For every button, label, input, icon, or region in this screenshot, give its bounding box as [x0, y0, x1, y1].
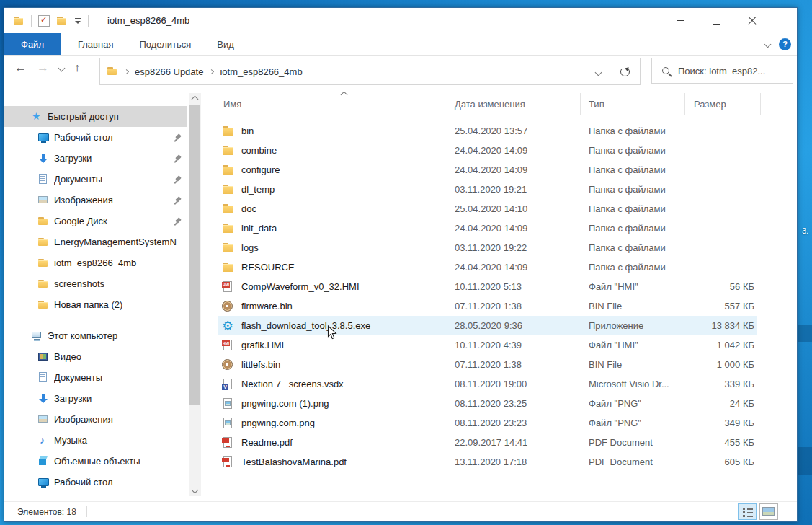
title-bar[interactable]: iotm_esp8266_4mb — [4, 8, 797, 33]
breadcrumb-item[interactable]: iotm_esp8266_4mb — [210, 66, 302, 77]
sidebar-item[interactable]: Видео — [4, 346, 187, 367]
file-date: 24.04.2020 14:09 — [455, 262, 589, 273]
maximize-button[interactable] — [698, 8, 734, 33]
address-bar[interactable]: esp8266 Update iotm_esp8266_4mb — [99, 58, 641, 85]
file-row[interactable]: flash_download_tool_3.8.5.exe 28.05.2020… — [218, 316, 757, 335]
breadcrumb-label: iotm_esp8266_4mb — [220, 66, 302, 77]
file-row[interactable]: Readme.pdf 22.09.2017 14:41 PDF Document… — [218, 433, 757, 452]
details-view-button[interactable] — [738, 503, 757, 520]
file-type: Папка с файлами — [589, 242, 685, 253]
sidebar-item[interactable]: Музыка — [4, 430, 187, 451]
file-date: 03.11.2020 19:22 — [455, 242, 589, 253]
help-icon[interactable]: ? — [779, 38, 791, 50]
file-row[interactable]: CompWaveform_v0_32.HMI 10.11.2020 5:13 Ф… — [218, 277, 757, 296]
column-header-size[interactable]: Размер — [685, 93, 761, 115]
ribbon-collapse-icon[interactable] — [764, 40, 772, 48]
file-row[interactable]: pngwing.com (1).png 08.11.2020 23:25 Фай… — [218, 394, 757, 413]
sidebar-item[interactable]: Загрузки — [4, 388, 187, 409]
sidebar-item[interactable]: Этот компьютер — [4, 325, 187, 346]
file-row[interactable]: littlefs.bin 07.11.2020 1:38 BIN File 1 … — [218, 355, 757, 374]
sidebar-item[interactable]: Документы — [4, 367, 187, 388]
file-date: 25.04.2020 14:10 — [455, 203, 589, 214]
file-row[interactable]: init_data 24.04.2020 14:09 Папка с файла… — [218, 219, 757, 238]
window-title: iotm_esp8266_4mb — [107, 15, 189, 26]
sidebar-item-label: iotm_esp8266_4mb — [54, 257, 187, 268]
file-size: 56 КБ — [685, 281, 757, 292]
sidebar-item[interactable]: screenshots — [4, 273, 187, 294]
file-name: configure — [241, 164, 280, 175]
file-row[interactable]: TestBalashovaMarina.pdf 13.11.2020 17:18… — [218, 452, 757, 472]
sidebar-item[interactable]: Рабочий стол — [4, 127, 187, 148]
qat-customize-dropdown-icon[interactable] — [74, 17, 81, 25]
sidebar-item-label: screenshots — [54, 278, 187, 289]
sidebar-item[interactable]: Рабочий стол — [4, 472, 187, 493]
qat-check-doc-icon[interactable] — [38, 15, 50, 27]
pin-icon — [174, 154, 182, 163]
sidebar-item[interactable]: Google Диск — [4, 211, 187, 231]
pin-icon — [174, 196, 182, 205]
address-folder-icon[interactable] — [107, 66, 118, 77]
folder-icon — [37, 216, 49, 227]
sidebar-item[interactable]: EnergyManagementSystemN — [4, 231, 187, 252]
forward-button[interactable]: → — [37, 61, 49, 75]
sidebar-item[interactable]: Объемные объекты — [4, 451, 187, 472]
ribbon-tab[interactable]: Главная — [65, 33, 126, 55]
pic-icon — [37, 195, 49, 206]
file-row[interactable]: combine 24.04.2020 14:09 Папка с файлами — [218, 141, 757, 160]
column-header-name[interactable]: Имя — [218, 93, 447, 115]
sidebar-item[interactable]: Быстрый доступ — [4, 106, 187, 127]
folder-icon — [222, 164, 235, 176]
file-row[interactable]: bin 25.04.2020 13:57 Папка с файлами — [218, 121, 757, 141]
file-row[interactable]: firmware.bin 07.11.2020 1:38 BIN File 55… — [218, 296, 757, 316]
file-row[interactable]: logs 03.11.2020 19:22 Папка с файлами — [218, 238, 757, 257]
close-icon — [748, 17, 757, 25]
ribbon-tab[interactable]: Поделиться — [126, 33, 204, 55]
sidebar-item[interactable]: Загрузки — [4, 148, 187, 169]
minimize-button[interactable] — [662, 8, 698, 33]
sidebar-item[interactable]: iotm_esp8266_4mb — [4, 252, 187, 273]
ribbon-tab[interactable]: Вид — [204, 33, 247, 55]
close-button[interactable] — [734, 8, 770, 33]
pin-icon — [174, 217, 182, 226]
scroll-up-icon[interactable] — [189, 93, 201, 105]
file-name: logs — [241, 242, 259, 253]
address-dropdown-icon[interactable] — [587, 66, 610, 77]
file-row[interactable]: dl_temp 03.11.2020 19:21 Папка с файлами — [218, 180, 757, 199]
up-button[interactable]: ↑ — [74, 61, 80, 75]
sidebar-item[interactable]: Изображения — [4, 409, 187, 430]
ribbon-tab-label: Поделиться — [139, 39, 191, 50]
computer-icon — [31, 330, 43, 342]
sort-ascending-icon[interactable] — [342, 89, 347, 100]
file-row[interactable]: pngwing.com.png 08.11.2020 23:23 Файл "P… — [218, 413, 757, 433]
refresh-icon[interactable] — [620, 67, 630, 76]
file-date: 07.11.2020 1:38 — [455, 301, 589, 312]
breadcrumb-item[interactable]: esp8266 Update — [125, 66, 203, 77]
scrollbar-thumb[interactable] — [189, 105, 200, 405]
sidebar-scrollbar[interactable] — [189, 93, 201, 496]
back-button[interactable]: ← — [14, 61, 27, 75]
file-row[interactable]: RESOURCE 24.04.2020 14:09 Папка с файлам… — [218, 257, 757, 277]
search-box[interactable]: Поиск: iotm_esp82... — [651, 58, 793, 84]
file-row[interactable]: Nextion 7_ screens.vsdx 08.11.2020 19:00… — [218, 374, 757, 394]
ribbon-tab[interactable]: Файл — [4, 33, 61, 55]
desktop-icon-label-fragment: 3. — [802, 226, 808, 235]
column-header-type[interactable]: Тип — [581, 93, 685, 115]
file-name: pngwing.com (1).png — [241, 398, 329, 409]
large-icons-view-button[interactable] — [759, 503, 778, 520]
qat-folder-icon[interactable] — [56, 15, 68, 27]
sidebar-item[interactable]: Изображения — [4, 190, 187, 211]
scroll-down-icon[interactable] — [189, 484, 201, 496]
ribbon-tab-label: Главная — [78, 39, 113, 50]
folder-icon — [222, 223, 235, 234]
recent-locations-icon[interactable] — [58, 64, 66, 71]
file-row[interactable]: doc 25.04.2020 14:10 Папка с файлами — [218, 199, 757, 219]
file-type: Приложение — [589, 320, 685, 331]
file-name: combine — [241, 145, 277, 156]
sidebar-item[interactable]: Новая папка (2) — [4, 294, 187, 315]
desktop-artifact — [797, 325, 812, 342]
folder-icon — [222, 203, 235, 215]
column-header-date[interactable]: Дата изменения — [447, 93, 581, 115]
sidebar-item[interactable]: Документы — [4, 169, 187, 190]
file-row[interactable]: configure 24.04.2020 14:09 Папка с файла… — [218, 160, 757, 180]
file-row[interactable]: grafik.HMI 10.11.2020 4:39 Файл "HMI" 1 … — [218, 335, 757, 355]
